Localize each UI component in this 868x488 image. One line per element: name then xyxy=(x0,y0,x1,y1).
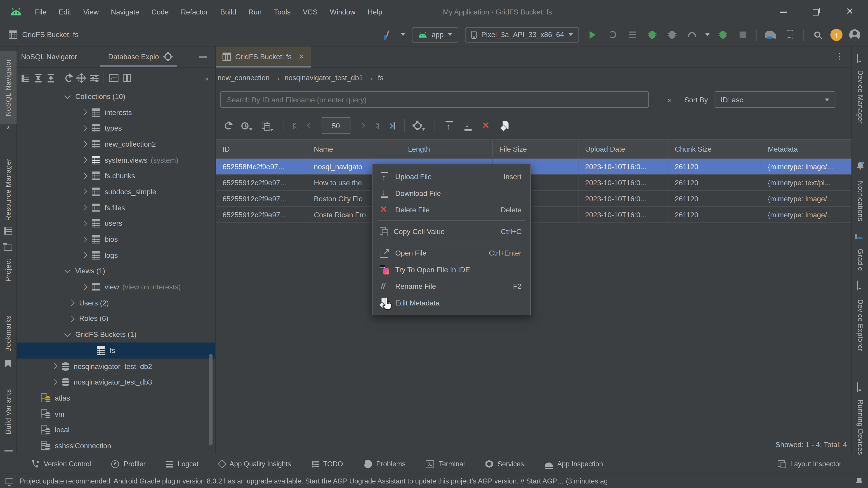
table-row-selected[interactable]: 652558f4c2f9e97... nosql_navigato 2023-1… xyxy=(216,159,851,175)
device-manager-stripe-icon[interactable] xyxy=(857,54,858,63)
vcs-dropdown-icon[interactable] xyxy=(401,33,405,36)
stripe-bookmarks[interactable]: Bookmarks xyxy=(0,311,17,356)
toolwindow-version-control[interactable]: Version Control xyxy=(32,459,91,468)
upload-file-button[interactable] xyxy=(444,121,454,130)
tree-item-test-db3[interactable]: nosqlnavigator_test_db3 xyxy=(17,374,215,390)
toolwindow-profiler[interactable]: Profiler xyxy=(112,460,146,468)
menu-file[interactable]: File xyxy=(29,7,53,16)
table-cell[interactable]: 261120 xyxy=(668,175,761,191)
apply-changes-button[interactable] xyxy=(606,28,619,41)
table-cell[interactable]: 261120 xyxy=(668,207,761,223)
sort-dropdown[interactable]: ID: asc xyxy=(715,91,835,108)
tree-item-users-collection[interactable]: users xyxy=(17,216,215,231)
search-everywhere-button[interactable] xyxy=(810,28,824,41)
chevron-right-icon[interactable] xyxy=(81,189,87,195)
chevron-right-icon[interactable] xyxy=(81,109,87,116)
chevron-right-icon[interactable] xyxy=(81,252,87,258)
resource-manager-icon[interactable] xyxy=(4,227,12,236)
column-header-uploaddate[interactable]: Upload Date xyxy=(579,140,668,158)
next-page-button[interactable] xyxy=(359,123,365,129)
attach-debugger-button[interactable] xyxy=(665,28,679,41)
expand-all-icon[interactable] xyxy=(34,74,42,82)
gradle-sync-button[interactable] xyxy=(763,28,777,41)
chevron-right-icon[interactable] xyxy=(81,157,87,163)
stripe-running-devices[interactable]: Running Devices xyxy=(852,395,868,459)
table-cell[interactable]: 65255912c2f9e97... xyxy=(216,191,307,206)
last-page-button[interactable] xyxy=(374,123,379,129)
chevron-right-icon[interactable] xyxy=(81,204,87,211)
table-cell[interactable]: 261120 xyxy=(668,159,761,174)
chevron-right-icon[interactable] xyxy=(81,141,87,147)
stop-button[interactable] xyxy=(736,28,749,41)
go-to-row-button[interactable] xyxy=(388,122,395,129)
tree-item-fs-bucket-selected[interactable]: fs xyxy=(17,343,215,358)
tree-item-types[interactable]: types xyxy=(17,120,215,136)
tree-item-atlas[interactable]: atlas xyxy=(17,390,215,406)
tree-item-sshssl[interactable]: sshsslConnection xyxy=(17,437,215,453)
stripe-gradle[interactable]: Gradle xyxy=(852,243,868,277)
stripe-notifications[interactable]: Notifications xyxy=(852,175,868,228)
chevron-right-icon[interactable] xyxy=(51,379,57,385)
stripe-nosql-navigator[interactable]: NoSQL Navigator xyxy=(0,53,17,123)
breadcrumb-database[interactable]: nosqlnavigator_test_db1 xyxy=(285,73,363,82)
page-size-input[interactable]: 50 xyxy=(321,117,350,134)
query-history-button[interactable] xyxy=(241,122,252,129)
chevron-right-icon[interactable] xyxy=(81,220,87,227)
vcs-update-button[interactable] xyxy=(381,28,394,41)
toolwindow-logcat[interactable]: Logcat xyxy=(166,460,198,468)
editor-options-icon[interactable]: ⋮ xyxy=(835,51,844,61)
menu-item-try-open-in-ide[interactable]: Try To Open File In IDE xyxy=(373,261,530,278)
profile-low-overhead-button[interactable] xyxy=(716,28,730,41)
profile-avatar[interactable] xyxy=(849,29,860,40)
column-header-chunksize[interactable]: Chunk Size xyxy=(668,140,761,158)
menu-item-delete-file[interactable]: Delete FileDelete xyxy=(373,201,530,218)
locate-icon[interactable] xyxy=(78,74,85,82)
toolwindow-app-quality-insights[interactable]: App Quality Insights xyxy=(219,460,291,468)
stripe-project[interactable]: Project xyxy=(0,254,17,286)
table-cell[interactable]: {mimetype: image/... xyxy=(761,191,851,206)
tree-item-local[interactable]: local xyxy=(17,422,215,437)
chevron-right-icon[interactable] xyxy=(81,284,87,290)
query-console-icon[interactable] xyxy=(109,74,119,82)
table-row[interactable]: 65255912c2f9e97... How to use the 2023-1… xyxy=(216,175,851,191)
upgrade-assistant-button[interactable]: ↑ xyxy=(830,29,842,41)
tree-item-views[interactable]: Views (1) xyxy=(17,263,215,279)
toolwindow-problems[interactable]: !Problems xyxy=(364,460,405,468)
table-cell[interactable]: 2023-10-10T16:0... xyxy=(579,159,668,174)
menu-item-edit-metadata[interactable]: Edit Metadata xyxy=(373,294,530,311)
search-overflow-chevron[interactable]: » xyxy=(668,95,671,104)
toolwindow-services[interactable]: Services xyxy=(485,460,524,468)
chevron-right-icon[interactable] xyxy=(68,316,74,322)
column-header-length[interactable]: Length xyxy=(401,140,493,158)
running-devices-stripe-icon[interactable] xyxy=(857,383,858,391)
stripe-build-variants[interactable]: Build Variants xyxy=(0,381,17,443)
menu-code[interactable]: Code xyxy=(145,7,175,16)
tab-database-explorer[interactable]: Database Explo xyxy=(108,53,159,61)
event-log-icon[interactable] xyxy=(856,478,862,484)
toolwindow-app-inspection[interactable]: App Inspection xyxy=(545,460,603,468)
table-view-icon[interactable] xyxy=(123,74,131,82)
search-input[interactable]: Search By ID and Filename (or enter quer… xyxy=(220,91,649,108)
table-cell[interactable]: {mimetype: image/... xyxy=(761,207,851,223)
tree-item-bios[interactable]: bios xyxy=(17,231,215,247)
chevron-right-icon[interactable] xyxy=(51,363,57,369)
chevron-right-icon[interactable] xyxy=(68,300,74,306)
refresh-icon[interactable] xyxy=(65,74,72,82)
minimize-button[interactable] xyxy=(779,8,787,15)
tree-item-subdocs-simple[interactable]: subdocs_simple xyxy=(17,184,215,199)
module-selector[interactable]: app xyxy=(412,27,458,42)
tab-close-icon[interactable]: ✕ xyxy=(298,53,305,61)
tree-item-test-db2[interactable]: nosqlnavigator_test_db2 xyxy=(17,358,215,374)
tree-item-new-collection2[interactable]: new_collection2 xyxy=(17,136,215,152)
table-cell[interactable]: 65255912c2f9e97... xyxy=(216,207,307,223)
menu-item-open-file[interactable]: Open FileCtrl+Enter xyxy=(373,245,530,261)
tree-item-system-views[interactable]: system.views(system) xyxy=(17,152,215,168)
column-header-name[interactable]: Name xyxy=(307,140,401,158)
tab-nosql-navigator[interactable]: NoSQL Navigator xyxy=(21,53,77,61)
toolwindow-terminal[interactable]: Terminal xyxy=(426,460,465,468)
table-cell[interactable]: 261120 xyxy=(668,191,761,206)
chevron-down-icon[interactable] xyxy=(64,92,71,99)
table-cell[interactable]: 2023-10-10T16:0... xyxy=(579,175,668,191)
connections-list-icon[interactable] xyxy=(22,74,29,82)
table-settings-button[interactable] xyxy=(414,122,425,129)
